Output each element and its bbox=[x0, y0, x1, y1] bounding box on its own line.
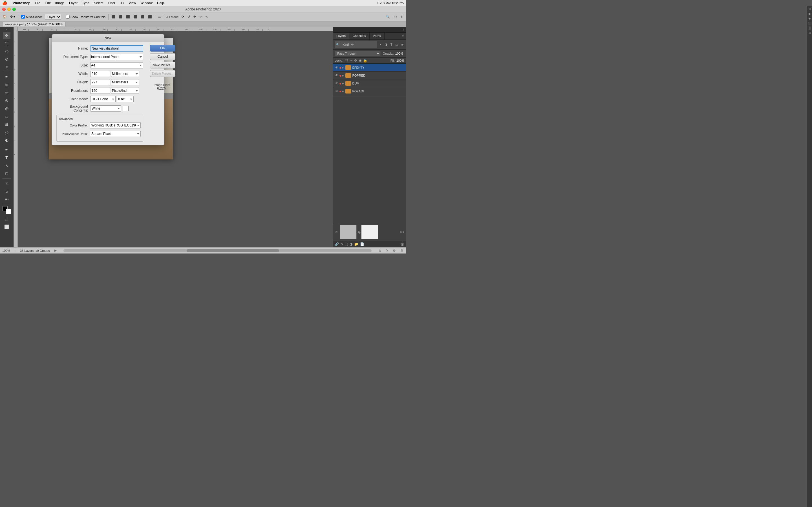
menu-layer[interactable]: Layer bbox=[69, 1, 78, 5]
layer-item-pozadi[interactable]: 👁 ● ▶ POZADI bbox=[333, 87, 406, 95]
move-tool[interactable]: ✥ bbox=[3, 32, 10, 39]
background-color[interactable] bbox=[6, 209, 11, 214]
zoom-tool[interactable]: ⌕ bbox=[3, 187, 10, 195]
3d-slide[interactable]: ⤢ bbox=[198, 14, 203, 20]
3d-scale[interactable]: ⤡ bbox=[204, 14, 209, 20]
layer-item-popredi[interactable]: 👁 ● ▶ POPREDI bbox=[333, 71, 406, 79]
search-button[interactable]: 🔍 bbox=[385, 14, 391, 20]
path-selection-tool[interactable]: ↖ bbox=[3, 162, 10, 169]
filter-smart-icon[interactable]: ◈ bbox=[400, 43, 404, 47]
pixel-aspect-select[interactable]: Square Pixels bbox=[90, 131, 141, 137]
preview-more-icon[interactable]: ••• bbox=[400, 230, 404, 235]
clone-stamp-tool[interactable]: ⊗ bbox=[3, 97, 10, 104]
dodge-tool[interactable]: ◐ bbox=[3, 136, 10, 144]
align-top[interactable]: ⬛ bbox=[132, 14, 139, 20]
marquee-tool[interactable]: ⬚ bbox=[3, 40, 10, 47]
menu-select[interactable]: Select bbox=[94, 1, 103, 5]
bg-contents-select[interactable]: White bbox=[90, 105, 121, 112]
object-select-tool[interactable]: ⊙ bbox=[3, 55, 10, 63]
3d-roll[interactable]: ↺ bbox=[186, 14, 191, 20]
toolbox-collapse[interactable]: × bbox=[6, 28, 7, 31]
color-swatches[interactable] bbox=[3, 206, 11, 214]
blur-tool[interactable]: ◌ bbox=[3, 128, 10, 136]
gradient-tool[interactable]: ▦ bbox=[3, 121, 10, 128]
save-preset-button[interactable]: Save Preset... bbox=[150, 62, 175, 68]
document-tab[interactable]: easy viz7.psd @ 100% (EFEKTY, RGB/8) bbox=[2, 22, 66, 26]
status-fx-icon[interactable]: fx bbox=[386, 249, 388, 252]
3d-pan[interactable]: ✛ bbox=[192, 14, 197, 20]
preview-eye-icon[interactable]: 👁 bbox=[335, 230, 338, 234]
width-unit-select[interactable]: Millimeters bbox=[111, 71, 139, 77]
blend-mode-select[interactable]: Pass Through bbox=[335, 51, 380, 56]
pozadi-expand-icon[interactable]: ▶ bbox=[342, 90, 345, 93]
auto-select-type[interactable]: Layer bbox=[45, 14, 61, 20]
status-add-icon[interactable]: ⊕ bbox=[378, 249, 381, 252]
extra-tools[interactable]: ••• bbox=[3, 195, 10, 203]
fx-icon[interactable]: fx bbox=[341, 242, 343, 246]
menu-window[interactable]: Window bbox=[140, 1, 153, 5]
filter-adjust-icon[interactable]: ◑ bbox=[384, 43, 388, 47]
name-input[interactable] bbox=[90, 45, 143, 52]
eyedropper-tool[interactable]: ✒ bbox=[3, 73, 10, 80]
status-settings-icon[interactable]: ⚙ bbox=[393, 249, 396, 252]
resolution-input[interactable] bbox=[90, 88, 110, 94]
menu-image[interactable]: Image bbox=[55, 1, 64, 5]
bit-depth-select[interactable]: 8 bit bbox=[117, 96, 134, 102]
home-button[interactable]: 🏠 bbox=[2, 14, 8, 20]
scrollbar-thumb[interactable] bbox=[187, 249, 279, 252]
layer-item-dum[interactable]: 👁 ● ▶ DUM bbox=[333, 79, 406, 87]
filter-type-icon[interactable]: T bbox=[389, 43, 394, 47]
filter-kind-select[interactable]: Kind bbox=[340, 42, 355, 47]
create-adjustment-icon[interactable]: ◑ bbox=[350, 242, 352, 246]
align-left[interactable]: ⬛ bbox=[110, 14, 116, 20]
bg-color-preview[interactable] bbox=[123, 106, 129, 111]
maximize-button[interactable] bbox=[12, 8, 16, 11]
menu-help[interactable]: Help bbox=[157, 1, 164, 5]
cancel-button[interactable]: Cancel bbox=[150, 53, 175, 60]
share-button[interactable]: ⬆ bbox=[400, 14, 404, 20]
align-right[interactable]: ⬛ bbox=[125, 14, 131, 20]
delete-preset-button[interactable]: Delete Preset... bbox=[150, 70, 175, 77]
menu-edit[interactable]: Edit bbox=[45, 1, 51, 5]
height-input[interactable] bbox=[90, 79, 110, 86]
channels-tab[interactable]: Channels bbox=[349, 33, 369, 40]
arrange-button[interactable]: ⬚ bbox=[393, 14, 398, 20]
efekty-visibility-icon[interactable]: 👁 bbox=[335, 66, 339, 69]
popredi-expand-icon[interactable]: ▶ bbox=[342, 74, 345, 77]
create-group-icon[interactable]: 📁 bbox=[354, 242, 358, 246]
lasso-tool[interactable]: ◌ bbox=[3, 48, 10, 55]
ok-button[interactable]: OK bbox=[150, 45, 175, 52]
lock-position-icon[interactable]: ✛ bbox=[354, 59, 357, 62]
color-profile-select[interactable]: Working RGB: sRGB IEC61966-2.1 bbox=[90, 122, 141, 128]
change-screen-mode[interactable]: ⬜ bbox=[3, 223, 10, 230]
menu-3d[interactable]: 3D bbox=[120, 1, 124, 5]
add-mask-icon[interactable]: ⬚ bbox=[345, 242, 348, 246]
hand-tool[interactable]: ☜ bbox=[3, 180, 10, 187]
menu-type[interactable]: Type bbox=[82, 1, 89, 5]
close-button[interactable] bbox=[2, 8, 6, 11]
align-center-h[interactable]: ⬛ bbox=[117, 14, 124, 20]
resolution-unit-select[interactable]: Pixels/Inch bbox=[111, 88, 139, 94]
status-expand-icon[interactable]: ▶ bbox=[54, 249, 57, 252]
lock-all-icon[interactable]: 🔒 bbox=[363, 59, 367, 62]
type-tool[interactable]: T bbox=[3, 154, 10, 161]
minimize-button[interactable] bbox=[7, 8, 11, 11]
height-unit-select[interactable]: Millimeters bbox=[111, 79, 139, 86]
layers-tab[interactable]: Layers bbox=[333, 33, 349, 40]
auto-select-checkbox[interactable] bbox=[21, 15, 25, 18]
lock-pixels-icon[interactable]: ✏ bbox=[350, 59, 352, 62]
lock-artboard-icon[interactable]: ◉ bbox=[359, 59, 361, 62]
create-layer-icon[interactable]: 📄 bbox=[360, 242, 364, 246]
delete-layer-icon[interactable]: 🗑 bbox=[401, 242, 404, 246]
menu-view[interactable]: View bbox=[129, 1, 136, 5]
pen-tool[interactable]: ✒ bbox=[3, 146, 10, 154]
status-trash-icon[interactable]: 🗑 bbox=[400, 249, 404, 252]
pozadi-visibility-icon[interactable]: 👁 bbox=[335, 89, 339, 93]
menu-filter[interactable]: Filter bbox=[108, 1, 115, 5]
collapse-panels-icon[interactable]: 《 bbox=[402, 28, 404, 32]
add-link-icon[interactable]: 🔗 bbox=[335, 242, 339, 246]
efekty-expand-icon[interactable]: ▶ bbox=[342, 66, 345, 69]
panel-menu-icon[interactable]: ≡ bbox=[400, 33, 406, 40]
3d-rotate[interactable]: ⟳ bbox=[181, 14, 185, 20]
more-options[interactable]: ••• bbox=[157, 14, 162, 20]
